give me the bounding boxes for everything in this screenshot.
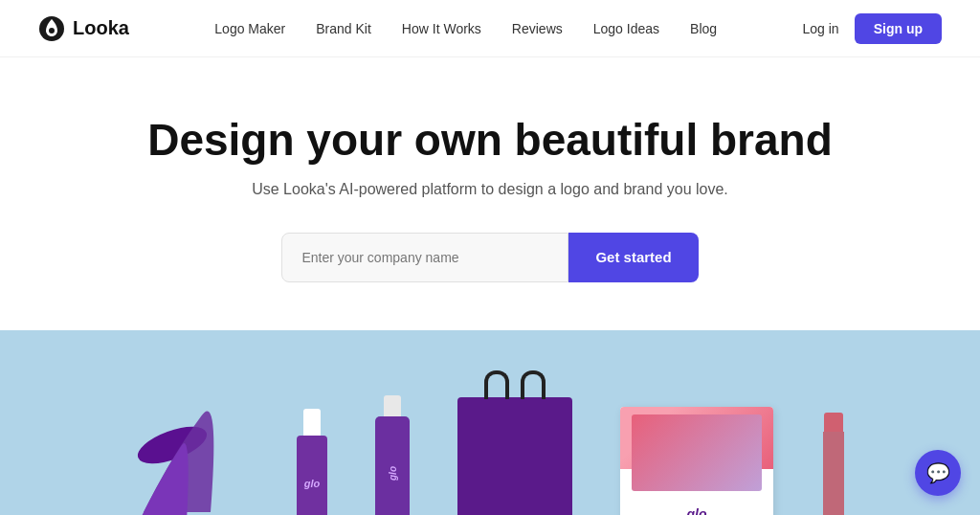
signup-button[interactable]: Sign up	[855, 13, 942, 44]
nav-blog[interactable]: Blog	[690, 21, 717, 36]
envelope-item: glo	[620, 407, 773, 515]
lipstick-body	[823, 432, 844, 515]
nail-polish-label: glo	[304, 478, 321, 489]
nav-reviews[interactable]: Reviews	[512, 21, 563, 36]
bag-handle-right	[521, 370, 546, 399]
bag-handle-left	[484, 370, 509, 399]
nail-polish-item: glo	[297, 409, 327, 515]
hero-cta: Get started	[19, 233, 961, 282]
shopping-bag-item	[457, 397, 572, 515]
ribbon-item	[134, 340, 249, 515]
nav-links: Logo Maker Brand Kit How It Works Review…	[214, 20, 717, 37]
bag-body	[457, 397, 572, 515]
bottle-item: glo	[375, 395, 410, 515]
get-started-button[interactable]: Get started	[568, 233, 698, 282]
nav-logo-maker[interactable]: Logo Maker	[214, 21, 285, 36]
brand-logo[interactable]: Looka	[38, 15, 129, 42]
chat-icon: 💬	[926, 461, 950, 484]
ribbon-svg	[134, 340, 249, 515]
nav-brand-kit[interactable]: Brand Kit	[316, 21, 371, 36]
login-button[interactable]: Log in	[803, 21, 839, 36]
nav-logo-ideas[interactable]: Logo Ideas	[593, 21, 659, 36]
nail-polish-cap	[303, 409, 321, 436]
company-name-input[interactable]	[281, 233, 568, 282]
nail-polish-body: glo	[297, 436, 327, 515]
navbar: Looka Logo Maker Brand Kit How It Works …	[0, 0, 980, 57]
bottle-cap	[384, 395, 401, 416]
svg-point-1	[49, 28, 55, 34]
hero-section: Design your own beautiful brand Use Look…	[0, 57, 980, 330]
lipstick-item	[821, 413, 846, 515]
bottle-body: glo	[375, 416, 410, 515]
brand-name: Looka	[73, 17, 129, 39]
looka-logo-icon	[38, 15, 65, 42]
envelope-brand-logo: glo	[687, 506, 707, 515]
hero-headline: Design your own beautiful brand	[19, 115, 961, 166]
showcase-items: glo glo glo	[59, 340, 921, 515]
nav-actions: Log in Sign up	[803, 13, 942, 44]
envelope-card	[632, 414, 762, 491]
envelope-outer: glo	[620, 407, 773, 515]
product-showcase: glo glo glo	[0, 330, 980, 515]
chat-bubble-button[interactable]: 💬	[915, 450, 961, 496]
lipstick-tip	[824, 413, 843, 432]
hero-subheadline: Use Looka's AI-powered platform to desig…	[19, 181, 961, 198]
nav-how-it-works[interactable]: How It Works	[402, 21, 481, 36]
bottle-label: glo	[388, 466, 398, 481]
